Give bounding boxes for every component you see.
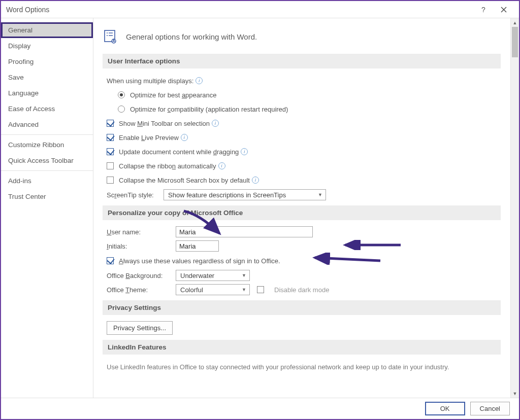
info-icon[interactable]: i [218, 162, 225, 169]
radio-compat-row[interactable]: Optimize for compatibility (application … [118, 103, 501, 115]
checkbox-update-dragging[interactable] [107, 148, 114, 155]
collapse-search-label: Collapse the Microsoft Search box by def… [119, 177, 250, 184]
sidebar: General Display Proofing Save Language E… [1, 18, 93, 398]
screentip-dropdown[interactable]: Show feature descriptions in ScreenTips … [164, 189, 326, 200]
office-bg-value: Underwater [180, 272, 214, 279]
sidebar-item-proofing[interactable]: Proofing [1, 54, 93, 69]
info-icon[interactable]: i [212, 120, 219, 127]
collapse-ribbon-label: Collapse the ribbon automatically [119, 162, 216, 170]
office-theme-value: Colorful [180, 286, 203, 294]
checkbox-live-preview[interactable] [107, 134, 114, 141]
office-bg-label: Office Background: [107, 272, 176, 279]
help-button[interactable]: ? [473, 2, 494, 17]
radio-compatibility[interactable] [118, 106, 125, 113]
general-options-icon [103, 28, 119, 45]
chevron-down-icon: ▼ [318, 192, 322, 197]
office-bg-dropdown[interactable]: Underwater ▼ [176, 270, 250, 281]
always-use-row[interactable]: Always use these values regardless of si… [107, 255, 501, 267]
sidebar-item-language[interactable]: Language [1, 85, 93, 101]
ok-button[interactable]: OK [425, 402, 465, 415]
checkbox-collapse-ribbon[interactable] [107, 162, 114, 169]
initials-input[interactable] [176, 240, 219, 252]
sidebar-item-customize-ribbon[interactable]: Customize Ribbon [1, 137, 93, 153]
main-area: General Display Proofing Save Language E… [1, 18, 519, 398]
office-theme-dropdown[interactable]: Colorful ▼ [176, 284, 250, 295]
page-heading: General options for working with Word. [103, 28, 501, 45]
cancel-button[interactable]: Cancel [470, 402, 510, 415]
checkbox-always-use[interactable] [107, 257, 114, 264]
sidebar-item-save[interactable]: Save [1, 69, 93, 85]
multi-display-label-row: When using multiple displays: i [107, 75, 501, 87]
show-mini-toolbar-row[interactable]: Show Mini Toolbar on selection i [107, 117, 501, 129]
username-input[interactable] [176, 226, 313, 237]
sidebar-item-quick-access-toolbar[interactable]: Quick Access Toolbar [1, 153, 93, 168]
info-icon[interactable]: i [181, 134, 188, 141]
live-preview-row[interactable]: Enable Live Preview i [107, 131, 501, 144]
sidebar-item-ease-of-access[interactable]: Ease of Access [1, 101, 93, 117]
initials-row: Initials: [107, 240, 501, 252]
update-dragging-row[interactable]: Update document content while dragging i [107, 146, 501, 158]
sidebar-item-display[interactable]: Display [1, 38, 93, 54]
multi-display-label: When using multiple displays: [107, 77, 193, 85]
checkbox-disable-dark[interactable] [257, 286, 264, 293]
dialog-button-bar: OK Cancel [1, 398, 519, 419]
privacy-btn-row: Privacy Settings... [107, 321, 501, 335]
disable-dark-label: Disable dark mode [274, 286, 329, 294]
radio-compat-label: Optimize for compatibility (application … [130, 106, 288, 113]
section-personalize: Personalize your copy of Microsoft Offic… [103, 205, 501, 220]
section-ui-options: User Interface options [103, 54, 501, 68]
page-heading-text: General options for working with Word. [126, 32, 257, 41]
title-bar: Word Options ? [1, 1, 519, 18]
checkbox-collapse-search[interactable] [107, 177, 114, 184]
info-icon[interactable]: i [196, 77, 203, 84]
window-title: Word Options [6, 6, 473, 14]
chevron-down-icon: ▼ [242, 287, 246, 292]
collapse-ribbon-row[interactable]: Collapse the ribbon automatically i [107, 160, 501, 172]
vertical-scrollbar[interactable]: ▲ ▼ [510, 18, 519, 398]
checkbox-mini-toolbar[interactable] [107, 120, 114, 127]
screentip-row: ScreenTip style: Show feature descriptio… [107, 189, 501, 200]
sidebar-item-general[interactable]: General [1, 22, 93, 38]
mini-toolbar-label: Show Mini Toolbar on selection [119, 120, 210, 127]
linkedin-desc: Use LinkedIn features in Office to stay … [107, 361, 501, 373]
chevron-down-icon: ▼ [242, 273, 246, 278]
collapse-search-row[interactable]: Collapse the Microsoft Search box by def… [107, 174, 501, 186]
sidebar-item-advanced[interactable]: Advanced [1, 117, 93, 132]
screentip-value: Show feature descriptions in ScreenTips [168, 191, 286, 199]
screentip-label: ScreenTip style: [107, 191, 164, 199]
radio-best-appearance[interactable] [118, 91, 125, 98]
info-icon[interactable]: i [241, 148, 248, 155]
section-privacy: Privacy Settings [103, 300, 501, 315]
radio-best-appearance-row[interactable]: Optimize for best appearance [118, 89, 501, 101]
initials-label: Initials: [107, 242, 176, 250]
scroll-thumb[interactable] [512, 27, 518, 57]
username-label: User name: [107, 228, 176, 236]
privacy-settings-button[interactable]: Privacy Settings... [107, 321, 173, 335]
office-theme-label: Office Theme: [107, 286, 176, 294]
update-dragging-label: Update document content while dragging [119, 148, 239, 156]
office-bg-row: Office Background: Underwater ▼ [107, 270, 501, 281]
office-theme-row: Office Theme: Colorful ▼ Disable dark mo… [107, 284, 501, 295]
content-panel: General options for working with Word. U… [93, 18, 510, 398]
sidebar-item-add-ins[interactable]: Add-ins [1, 173, 93, 189]
sidebar-separator [1, 134, 93, 135]
close-button[interactable] [494, 2, 514, 17]
scroll-down-icon[interactable]: ▼ [511, 389, 519, 398]
sidebar-item-trust-center[interactable]: Trust Center [1, 189, 93, 204]
section-linkedin: LinkedIn Features [103, 340, 501, 355]
sidebar-separator [1, 170, 93, 171]
username-row: User name: [107, 226, 501, 237]
close-icon [501, 7, 507, 13]
live-preview-label: Enable Live Preview [119, 134, 179, 142]
radio-best-appearance-label: Optimize for best appearance [130, 91, 217, 99]
scroll-up-icon[interactable]: ▲ [511, 18, 519, 27]
always-use-label: Always use these values regardless of si… [119, 257, 280, 265]
info-icon[interactable]: i [252, 177, 259, 184]
content-wrap: General options for working with Word. U… [93, 18, 519, 398]
